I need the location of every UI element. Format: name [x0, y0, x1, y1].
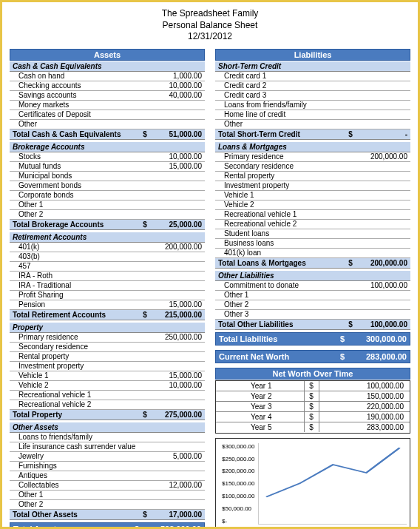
line-item: Savings accounts40,000.00: [10, 91, 205, 101]
line-item: Credit card 1: [215, 72, 410, 81]
subtotal-row: Total Retirement Accounts$215,000.00: [10, 310, 205, 320]
currency-symbol: $: [337, 352, 348, 361]
line-item-value: 15,000.00: [150, 371, 202, 381]
line-item-label: Cash on hand: [18, 72, 150, 81]
line-item: Vehicle 115,000.00: [10, 371, 205, 381]
line-item-label: Other 3: [224, 310, 356, 320]
year-label: Year 5: [219, 422, 305, 432]
line-item-label: Other 1: [224, 291, 356, 300]
currency-symbol: $: [345, 130, 356, 138]
currency-symbol: $: [140, 511, 150, 519]
y-tick-label: $250,000.00: [222, 456, 255, 462]
liabilities-title: Liabilities: [215, 49, 410, 61]
line-item-label: Credit card 1: [224, 72, 356, 81]
subtotal-value: 25,000.00: [150, 220, 202, 229]
line-item-value: 200,000.00: [356, 152, 407, 162]
y-tick-label: $200,000.00: [222, 468, 255, 474]
line-item-label: Government bonds: [18, 181, 150, 191]
liabilities-column: Liabilities Short-Term CreditCredit card…: [215, 49, 410, 529]
subtotal-label: Total Other Liabilities: [218, 320, 345, 328]
line-item: Other 1: [215, 291, 410, 300]
currency-symbol: $: [140, 130, 150, 138]
subtotal-value: 200,000.00: [356, 259, 407, 267]
line-item-value: 1,000.00: [150, 72, 202, 81]
subtotal-value: 100,000.00: [356, 320, 407, 328]
line-item: 401(k)200,000.00: [10, 243, 205, 252]
subtotal-row: Total Brokerage Accounts$25,000.00: [10, 220, 205, 230]
header-line2: Personal Balance Sheet: [10, 20, 410, 32]
year-label: Year 1: [219, 381, 305, 391]
currency-symbol: $: [305, 422, 319, 432]
assets-title: Assets: [10, 49, 205, 61]
currency-symbol: $: [337, 334, 348, 343]
line-item: Other 2: [215, 300, 410, 310]
line-item-value: 15,000.00: [150, 162, 202, 172]
line-item-label: Investment property: [224, 181, 356, 191]
line-item: Other 2: [10, 210, 205, 220]
networth-year-row: Year 5$283,000.00: [216, 422, 410, 433]
line-item: 403(b): [10, 252, 205, 262]
line-item: Student loans: [215, 229, 410, 239]
currency-symbol: $: [305, 412, 319, 422]
subtotal-value: 51,000.00: [150, 130, 202, 138]
line-item: Credit card 3: [215, 91, 410, 101]
line-item: Recreational vehicle 1: [215, 210, 410, 220]
line-item-label: Certificates of Deposit: [18, 110, 150, 120]
line-item: Pension15,000.00: [10, 300, 205, 310]
chart-y-axis: $300,000.00$250,000.00$200,000.00$150,00…: [222, 443, 258, 525]
line-item-label: Recreational vehicle 2: [18, 400, 150, 410]
subtotal-label: Total Cash & Cash Equivalents: [13, 130, 140, 138]
line-item-label: Profit Sharing: [18, 291, 150, 300]
line-item-value: 10,000.00: [150, 381, 202, 391]
subtotal-row: Total Other Liabilities$100,000.00: [215, 320, 410, 330]
y-tick-label: $300,000.00: [222, 443, 255, 450]
year-label: Year 4: [219, 412, 305, 422]
line-item: Secondary residence: [10, 343, 205, 352]
line-item-label: Other 2: [18, 210, 150, 220]
line-item: Profit Sharing: [10, 291, 205, 300]
line-item: Jewelry5,000.00: [10, 452, 205, 462]
currency-symbol: $: [140, 311, 150, 319]
line-item: IRA - Traditional: [10, 281, 205, 291]
line-item: Other 1: [10, 491, 205, 500]
line-item: Mutual funds15,000.00: [10, 162, 205, 172]
line-item: 401(k) loan: [215, 249, 410, 258]
line-item: Primary residence250,000.00: [10, 333, 205, 343]
total-assets-label: Total Assets: [13, 525, 132, 529]
year-value: 283,000.00: [319, 422, 407, 432]
line-item-label: Vehicle 1: [224, 191, 356, 201]
line-item-label: Secondary residence: [224, 162, 356, 172]
category-header: Other Liabilities: [215, 271, 410, 281]
line-item: Loans from friends/family: [215, 101, 410, 110]
header-line1: The Spreadsheet Family: [10, 8, 410, 20]
line-item: Government bonds: [10, 181, 205, 191]
chart-line: [259, 443, 407, 524]
line-item: Vehicle 1: [215, 191, 410, 201]
line-item: Checking accounts10,000.00: [10, 81, 205, 91]
line-item-label: Other 1: [18, 201, 150, 210]
subtotal-row: Total Cash & Cash Equivalents$51,000.00: [10, 129, 205, 140]
category-header: Short-Term Credit: [215, 61, 410, 72]
networth-year-row: Year 3$220,000.00: [216, 402, 410, 412]
line-item: Collectables12,000.00: [10, 481, 205, 491]
subtotal-label: Total Short-Term Credit: [218, 130, 345, 138]
line-item: Money markets: [10, 101, 205, 110]
line-item-label: IRA - Traditional: [18, 281, 150, 291]
line-item-label: Other 1: [18, 491, 150, 500]
line-item-label: Life insurance cash surrender value: [18, 442, 150, 452]
line-item: Stocks10,000.00: [10, 152, 205, 162]
line-item-label: 457: [18, 262, 150, 272]
line-item-label: Loans to friends/family: [18, 433, 150, 442]
line-item-label: Collectables: [18, 481, 150, 491]
subtotal-label: Total Other Assets: [13, 511, 140, 519]
line-item-label: 401(k): [18, 243, 150, 252]
line-item-value: 15,000.00: [150, 300, 202, 310]
line-item: Business loans: [215, 239, 410, 249]
line-item-label: Loans from friends/family: [224, 101, 356, 110]
category-header: Retirement Accounts: [10, 232, 205, 243]
line-item-value: 100,000.00: [356, 281, 407, 291]
subtotal-value: 275,000.00: [150, 411, 202, 419]
line-item-label: Primary residence: [224, 152, 356, 162]
line-item: Secondary residence: [215, 162, 410, 172]
line-item: Home line of credit: [215, 110, 410, 120]
